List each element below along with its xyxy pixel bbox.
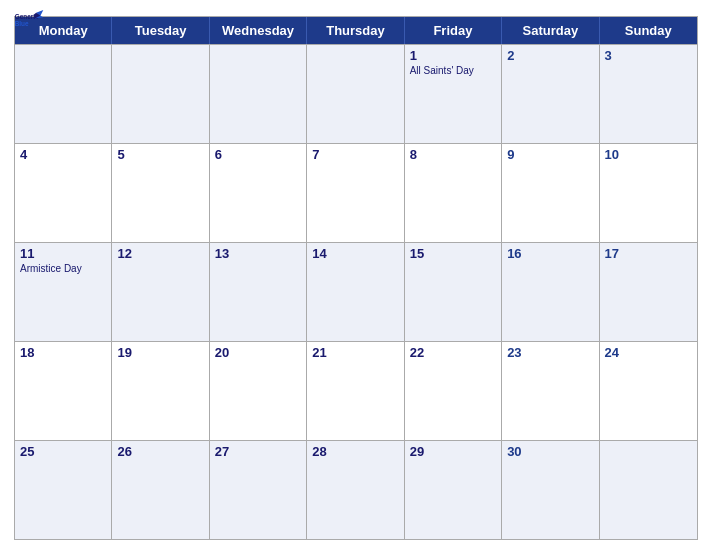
day-number: 18	[20, 345, 106, 360]
day-number: 25	[20, 444, 106, 459]
calendar-day-16: 16	[502, 243, 599, 341]
calendar-day-2: 2	[502, 45, 599, 143]
calendar-day-28: 28	[307, 441, 404, 539]
calendar-grid: MondayTuesdayWednesdayThursdayFridaySatu…	[14, 16, 698, 540]
day-number: 23	[507, 345, 593, 360]
day-number: 19	[117, 345, 203, 360]
calendar-day-3: 3	[600, 45, 697, 143]
calendar-day-19: 19	[112, 342, 209, 440]
calendar-week-5: 252627282930	[15, 440, 697, 539]
day-number: 22	[410, 345, 496, 360]
empty-cell	[15, 45, 112, 143]
empty-cell	[112, 45, 209, 143]
day-number: 10	[605, 147, 692, 162]
logo-bird-icon: General Blue	[14, 10, 44, 30]
day-number: 5	[117, 147, 203, 162]
day-number: 3	[605, 48, 692, 63]
calendar-day-11: 11Armistice Day	[15, 243, 112, 341]
day-number: 13	[215, 246, 301, 261]
weekday-header-sunday: Sunday	[600, 17, 697, 44]
day-number: 8	[410, 147, 496, 162]
weekday-header-wednesday: Wednesday	[210, 17, 307, 44]
day-number: 4	[20, 147, 106, 162]
calendar-week-4: 18192021222324	[15, 341, 697, 440]
day-number: 1	[410, 48, 496, 63]
calendar-day-9: 9	[502, 144, 599, 242]
calendar-day-17: 17	[600, 243, 697, 341]
calendar-day-8: 8	[405, 144, 502, 242]
calendar-day-14: 14	[307, 243, 404, 341]
weekday-header-tuesday: Tuesday	[112, 17, 209, 44]
calendar-day-13: 13	[210, 243, 307, 341]
svg-text:Blue: Blue	[15, 20, 29, 27]
day-number: 9	[507, 147, 593, 162]
empty-cell	[210, 45, 307, 143]
calendar-day-30: 30	[502, 441, 599, 539]
day-number: 11	[20, 246, 106, 261]
calendar-day-7: 7	[307, 144, 404, 242]
day-number: 15	[410, 246, 496, 261]
weekday-header-thursday: Thursday	[307, 17, 404, 44]
calendar-day-1: 1All Saints' Day	[405, 45, 502, 143]
page: General Blue MondayTuesdayWednesdayThurs…	[0, 0, 712, 550]
empty-cell	[600, 441, 697, 539]
holiday-label: All Saints' Day	[410, 65, 496, 77]
day-number: 21	[312, 345, 398, 360]
day-number: 12	[117, 246, 203, 261]
calendar-day-12: 12	[112, 243, 209, 341]
calendar-week-3: 11Armistice Day121314151617	[15, 242, 697, 341]
day-number: 26	[117, 444, 203, 459]
day-number: 2	[507, 48, 593, 63]
calendar-day-10: 10	[600, 144, 697, 242]
weekday-header-saturday: Saturday	[502, 17, 599, 44]
empty-cell	[307, 45, 404, 143]
calendar-day-20: 20	[210, 342, 307, 440]
calendar-day-25: 25	[15, 441, 112, 539]
day-number: 28	[312, 444, 398, 459]
calendar-day-6: 6	[210, 144, 307, 242]
day-number: 7	[312, 147, 398, 162]
calendar-day-24: 24	[600, 342, 697, 440]
calendar-week-2: 45678910	[15, 143, 697, 242]
calendar-day-29: 29	[405, 441, 502, 539]
holiday-label: Armistice Day	[20, 263, 106, 275]
logo: General Blue	[14, 10, 44, 30]
calendar-day-5: 5	[112, 144, 209, 242]
calendar-day-21: 21	[307, 342, 404, 440]
calendar-body: 1All Saints' Day234567891011Armistice Da…	[15, 44, 697, 539]
day-number: 16	[507, 246, 593, 261]
calendar-day-26: 26	[112, 441, 209, 539]
day-number: 29	[410, 444, 496, 459]
day-number: 27	[215, 444, 301, 459]
day-number: 30	[507, 444, 593, 459]
calendar-day-23: 23	[502, 342, 599, 440]
calendar-day-18: 18	[15, 342, 112, 440]
day-number: 24	[605, 345, 692, 360]
day-number: 6	[215, 147, 301, 162]
weekday-header-row: MondayTuesdayWednesdayThursdayFridaySatu…	[15, 17, 697, 44]
day-number: 17	[605, 246, 692, 261]
calendar-day-4: 4	[15, 144, 112, 242]
calendar-day-27: 27	[210, 441, 307, 539]
day-number: 14	[312, 246, 398, 261]
weekday-header-friday: Friday	[405, 17, 502, 44]
day-number: 20	[215, 345, 301, 360]
calendar-day-22: 22	[405, 342, 502, 440]
calendar-week-1: 1All Saints' Day23	[15, 44, 697, 143]
calendar-day-15: 15	[405, 243, 502, 341]
